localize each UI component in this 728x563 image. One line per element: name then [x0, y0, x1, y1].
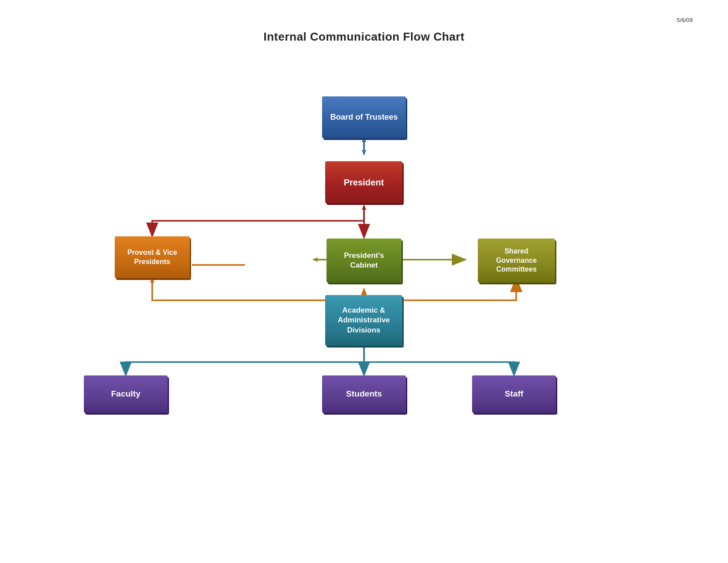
presidents-cabinet-box: President's Cabinet [326, 238, 402, 283]
svg-marker-4 [362, 204, 366, 210]
shared-governance-box: Shared Governance Committees [478, 238, 555, 283]
board-of-trustees-box: Board of Trustees [322, 96, 406, 138]
svg-marker-2 [362, 150, 366, 155]
students-box: Students [322, 375, 406, 413]
president-box: President [325, 161, 402, 203]
svg-marker-10 [312, 257, 318, 262]
staff-box: Staff [472, 375, 556, 413]
provost-box: Provost & Vice Presidents [115, 236, 190, 278]
chart-container: Board of Trustees President Provost & Vi… [0, 49, 728, 563]
faculty-box: Faculty [84, 375, 168, 413]
chart-title: Internal Communication Flow Chart [0, 30, 728, 44]
academic-admin-box: Academic & Administrative Divisions [325, 295, 402, 346]
date-label: 5/6/09 [677, 17, 693, 23]
